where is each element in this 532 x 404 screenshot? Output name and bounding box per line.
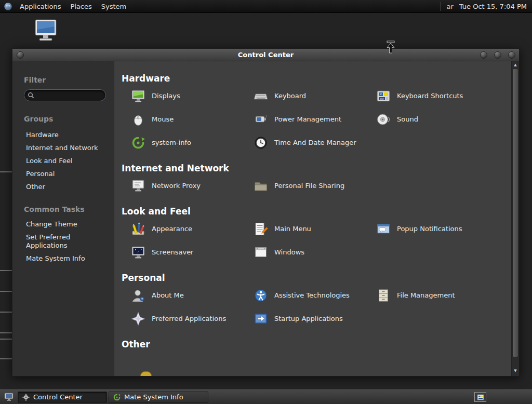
- menu-system[interactable]: System: [97, 0, 131, 12]
- common-tasks-heading: Common Tasks: [24, 205, 109, 213]
- top-panel: Applications Places System ar Tue Oct 15…: [0, 0, 532, 13]
- keyboard-layout-indicator[interactable]: ar: [444, 3, 456, 10]
- launcher-time-and-date[interactable]: Time And Date Manager: [244, 131, 367, 154]
- scroll-down-arrow-icon[interactable]: ▼: [512, 368, 519, 374]
- keyboard-icon: [253, 88, 269, 104]
- about-me-icon: [130, 288, 146, 303]
- launcher-keyboard[interactable]: Keyboard: [244, 84, 367, 107]
- computer-desktop-icon[interactable]: [32, 19, 59, 47]
- sidebar-group-other[interactable]: Other: [24, 181, 109, 194]
- section-title-personal: Personal: [122, 272, 508, 284]
- common-task-set-preferred-applications[interactable]: Set Preferred Applications: [24, 231, 109, 252]
- minimize-button[interactable]: [480, 51, 487, 59]
- windows-icon: [253, 245, 269, 260]
- task-button-mate-system-info[interactable]: Mate System Info: [109, 392, 208, 403]
- panel-right-area: ar Tue Oct 15, 7:04 PM: [436, 0, 532, 12]
- task-button-control-center[interactable]: Control Center: [18, 392, 107, 403]
- tray-keyboard-layout-cell[interactable]: [474, 392, 486, 402]
- launcher-label: Mouse: [152, 115, 174, 123]
- sidebar-group-hardware[interactable]: Hardware: [24, 129, 109, 142]
- window-title: Control Center: [12, 51, 519, 59]
- personal-file-sharing-icon: [253, 178, 269, 194]
- launcher-label: Preferred Applications: [152, 315, 226, 322]
- sidebar-group-personal[interactable]: Personal: [24, 168, 109, 181]
- launcher-network-proxy[interactable]: Network Proxy: [122, 174, 244, 197]
- launcher-startup-applications[interactable]: Startup Applications: [244, 307, 367, 330]
- launcher-main-menu[interactable]: Main Menu: [244, 217, 367, 240]
- launcher-windows[interactable]: Windows: [244, 240, 367, 264]
- appearance-icon: [130, 221, 146, 237]
- vertical-scrollbar[interactable]: ▲ ▼: [511, 61, 519, 376]
- system-info-icon: [130, 135, 146, 151]
- system-info-icon: [113, 393, 121, 401]
- launcher-label: Main Menu: [274, 225, 311, 233]
- panel-clock[interactable]: Tue Oct 15, 7:04 PM: [456, 3, 532, 10]
- assistive-technologies-icon: [253, 288, 269, 303]
- titlebar[interactable]: Control Center: [12, 49, 519, 61]
- preferred-applications-icon: [130, 311, 146, 327]
- notification-tray: [474, 392, 486, 402]
- launcher-label: Screensaver: [152, 248, 193, 256]
- launcher-file-management[interactable]: File Management: [367, 284, 489, 307]
- launcher-label: Network Proxy: [152, 182, 201, 190]
- svg-text:Ctrl: Ctrl: [380, 97, 383, 100]
- scrollbar-thumb[interactable]: [512, 69, 518, 357]
- launcher-label: Windows: [274, 248, 304, 256]
- section-title-other: Other: [122, 339, 508, 350]
- menu-applications[interactable]: Applications: [15, 0, 65, 12]
- launcher-screensaver[interactable]: Screensaver: [122, 240, 244, 264]
- screensaver-icon: [130, 245, 146, 260]
- startup-applications-icon: [253, 311, 269, 327]
- filter-search-box[interactable]: [24, 89, 106, 101]
- launcher-power-management[interactable]: Power Management: [244, 107, 367, 131]
- launcher-label: Sound: [397, 115, 418, 123]
- common-task-mate-system-info[interactable]: Mate System Info: [24, 252, 109, 265]
- launcher-label: Appearance: [152, 225, 192, 233]
- background-window-edge: [0, 171, 12, 172]
- search-icon: [28, 92, 34, 99]
- maximize-button[interactable]: [494, 51, 501, 59]
- close-button[interactable]: [508, 51, 515, 59]
- launcher-popup-notifications[interactable]: Popup Notifications: [367, 217, 489, 240]
- mouse-icon: [130, 112, 146, 127]
- sidebar-group-internet-and-network[interactable]: Internet and Network: [24, 142, 109, 155]
- launcher-label: Keyboard: [274, 92, 306, 100]
- launcher-label: system-info: [152, 139, 191, 146]
- tray-keyboard-icon: [477, 394, 484, 401]
- launcher-personal-file-sharing[interactable]: Personal File Sharing: [244, 174, 367, 197]
- sidebar-group-look-and-feel[interactable]: Look and Feel: [24, 155, 109, 168]
- launcher-about-me[interactable]: About Me: [122, 284, 244, 307]
- distro-menu-icon[interactable]: [4, 2, 12, 11]
- main-menu-icon: [253, 221, 269, 237]
- launcher-keyboard-shortcuts[interactable]: V Ctrl Keyboard Shortcuts: [367, 84, 489, 107]
- network-proxy-icon: [130, 178, 146, 194]
- background-window-edge: [0, 270, 12, 271]
- common-task-change-theme[interactable]: Change Theme: [24, 218, 109, 231]
- background-window-edge: [0, 358, 12, 359]
- background-window-edge: [0, 291, 12, 292]
- launcher-mouse[interactable]: Mouse: [122, 107, 244, 131]
- launcher-appearance[interactable]: Appearance: [122, 217, 244, 240]
- launcher-label: File Management: [397, 291, 455, 299]
- launcher-assistive-technologies[interactable]: Assistive Technologies: [244, 284, 367, 307]
- menu-places[interactable]: Places: [65, 0, 96, 12]
- displays-icon: [130, 88, 146, 104]
- svg-text:V: V: [380, 92, 382, 96]
- show-desktop-button[interactable]: [2, 392, 16, 403]
- search-input[interactable]: [36, 92, 102, 99]
- section-title-look-and-feel: Look and Feel: [122, 206, 508, 217]
- launcher-preferred-applications[interactable]: Preferred Applications: [122, 307, 244, 330]
- launcher-label: Time And Date Manager: [274, 139, 356, 146]
- bottom-taskbar: Control Center Mate System Info: [0, 389, 532, 404]
- launcher-label: Startup Applications: [274, 315, 343, 322]
- window-menu-button[interactable]: [17, 51, 24, 59]
- launcher-system-info[interactable]: system-info: [122, 131, 244, 154]
- scroll-up-arrow-icon[interactable]: ▲: [512, 62, 519, 68]
- clipped-launcher-icon[interactable]: [140, 371, 152, 376]
- launcher-displays[interactable]: Displays: [122, 84, 244, 107]
- popup-notifications-icon: [376, 221, 391, 237]
- control-center-window: Control Center Filter Groups Hardware In…: [12, 48, 520, 376]
- background-window-edge: [0, 332, 12, 333]
- launcher-sound[interactable]: Sound: [367, 107, 489, 131]
- panel-separator: [440, 2, 441, 11]
